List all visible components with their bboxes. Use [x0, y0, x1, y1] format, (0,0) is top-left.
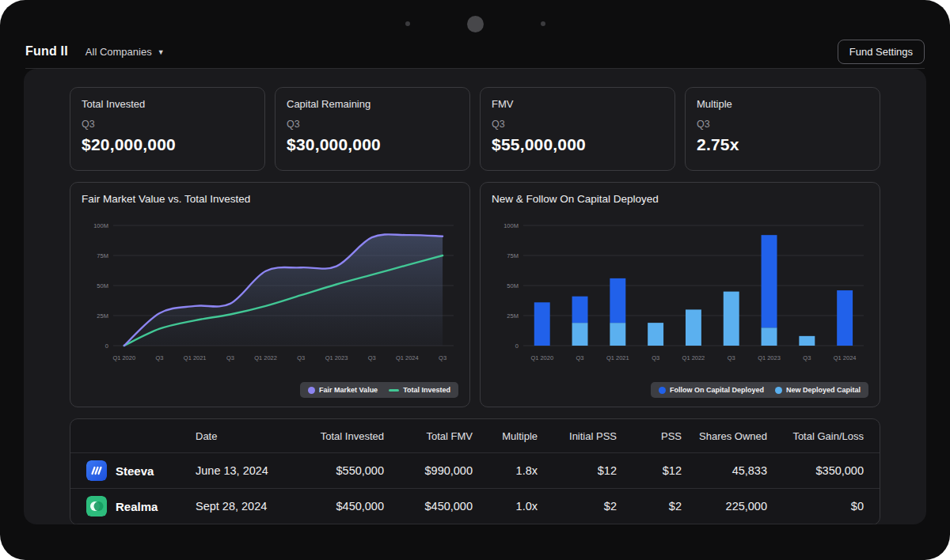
- chevron-down-icon: ▼: [158, 48, 165, 56]
- legend-dot-icon: [308, 387, 315, 394]
- stat-card-capital-remaining: Capital Remaining Q3 $30,000,000: [275, 87, 470, 171]
- column-header-shares-owned: Shares Owned: [682, 430, 767, 442]
- svg-text:Q1 2023: Q1 2023: [758, 354, 781, 361]
- fund-settings-button[interactable]: Fund Settings: [838, 40, 925, 64]
- capital-deployed-chart-card: New & Follow On Capital Deployed 100M75M…: [480, 182, 880, 407]
- stat-value: $20,000,000: [82, 135, 253, 154]
- cell-total-gain-loss: $0: [767, 500, 864, 513]
- stats-row: Total Invested Q3 $20,000,000 Capital Re…: [70, 87, 880, 171]
- svg-text:Q1 2022: Q1 2022: [254, 354, 277, 361]
- legend-item-total-invested[interactable]: Total Invested: [389, 386, 450, 394]
- svg-text:0: 0: [105, 342, 108, 350]
- cell-multiple: 1.0x: [473, 500, 538, 513]
- svg-text:Q1 2024: Q1 2024: [396, 354, 419, 361]
- fmv-vs-invested-chart-card: Fair Market Value vs. Total Invested 100…: [70, 182, 470, 407]
- svg-text:100M: 100M: [93, 222, 108, 229]
- svg-text:Q1 2023: Q1 2023: [325, 354, 348, 361]
- charts-row: Fair Market Value vs. Total Invested 100…: [70, 182, 880, 407]
- stat-value: 2.75x: [697, 135, 868, 154]
- svg-text:Q3: Q3: [226, 354, 234, 361]
- legend-dot-icon: [775, 387, 782, 394]
- svg-text:Q3: Q3: [297, 354, 305, 361]
- page-indicator-dot[interactable]: [541, 21, 545, 26]
- legend-item-fair-market-value[interactable]: Fair Market Value: [308, 386, 378, 394]
- chart-legend: Follow On Capital Deployed New Deployed …: [651, 382, 868, 398]
- cell-total-invested: $450,000: [291, 500, 384, 513]
- legend-label: Total Invested: [403, 386, 450, 394]
- cell-shares-owned: 225,000: [682, 500, 767, 513]
- svg-text:25M: 25M: [507, 312, 519, 320]
- cell-date: Sept 28, 2024: [196, 500, 291, 513]
- main-content-panel: Total Invested Q3 $20,000,000 Capital Re…: [24, 69, 926, 524]
- cell-pss: $2: [617, 500, 682, 513]
- cell-date: June 13, 2024: [196, 464, 291, 477]
- svg-text:Q3: Q3: [803, 354, 811, 361]
- cell-initial-pss: $12: [538, 464, 617, 477]
- svg-text:Q1 2020: Q1 2020: [112, 354, 135, 361]
- stat-label: FMV: [492, 98, 663, 110]
- svg-text:Q3: Q3: [439, 354, 446, 361]
- svg-text:Q3: Q3: [652, 354, 659, 361]
- company-filter-label: All Companies: [86, 46, 152, 58]
- cell-total-gain-loss: $350,000: [767, 464, 864, 477]
- cell-total-fmv: $990,000: [384, 464, 473, 477]
- stat-label: Capital Remaining: [287, 98, 458, 110]
- cell-total-fmv: $450,000: [384, 500, 473, 513]
- page-indicator-dot[interactable]: [405, 21, 410, 26]
- cell-total-invested: $550,000: [291, 464, 384, 477]
- page-indicator-dot-active[interactable]: [467, 16, 484, 32]
- svg-text:75M: 75M: [507, 252, 519, 259]
- column-header-pss: PSS: [617, 430, 682, 442]
- window-dots: [0, 15, 950, 32]
- steeva-logo: [86, 460, 107, 481]
- svg-text:100M: 100M: [504, 222, 519, 229]
- svg-text:25M: 25M: [97, 312, 108, 320]
- svg-text:Q1 2021: Q1 2021: [606, 354, 629, 361]
- header: Fund II All Companies ▼ Fund Settings: [25, 35, 925, 69]
- svg-text:Q3: Q3: [156, 354, 164, 361]
- legend-dot-icon: [659, 387, 666, 394]
- stat-period: Q3: [697, 119, 868, 130]
- stat-period: Q3: [287, 119, 458, 130]
- cell-pss: $12: [617, 464, 682, 477]
- legend-label: Fair Market Value: [319, 386, 378, 394]
- svg-text:Q1 2020: Q1 2020: [530, 354, 553, 361]
- table-row-steeva[interactable]: Steeva June 13, 2024 $550,000 $990,000 1…: [70, 453, 880, 489]
- capital-deployed-chart: 100M75M50M25M0Q1 2020Q3Q1 2021Q3Q1 2022Q…: [492, 218, 868, 380]
- stat-card-total-invested: Total Invested Q3 $20,000,000: [70, 87, 265, 171]
- stat-label: Total Invested: [82, 98, 253, 110]
- cell-initial-pss: $2: [538, 500, 617, 513]
- cell-shares-owned: 45,833: [682, 464, 767, 477]
- column-header-initial-pss: Initial PSS: [538, 430, 617, 442]
- chart-legend: Fair Market Value Total Invested: [300, 382, 458, 398]
- column-header-total-fmv: Total FMV: [384, 430, 473, 442]
- stat-label: Multiple: [697, 98, 868, 110]
- company-name: Realma: [116, 500, 158, 513]
- svg-text:Q3: Q3: [576, 354, 584, 361]
- stat-period: Q3: [492, 119, 663, 130]
- svg-text:Q3: Q3: [728, 354, 735, 361]
- page-title: Fund II: [25, 44, 68, 59]
- company-name: Steeva: [116, 464, 154, 478]
- svg-text:Q3: Q3: [368, 354, 376, 361]
- svg-text:50M: 50M: [507, 282, 519, 289]
- realma-logo: [86, 496, 107, 516]
- cell-multiple: 1.8x: [473, 464, 538, 477]
- chart-title: Fair Market Value vs. Total Invested: [82, 193, 458, 205]
- table-header-row: Date Total Invested Total FMV Multiple I…: [70, 419, 880, 453]
- legend-item-follow-on-capital[interactable]: Follow On Capital Deployed: [659, 386, 764, 394]
- chart-title: New & Follow On Capital Deployed: [492, 193, 868, 205]
- stat-card-fmv: FMV Q3 $55,000,000: [480, 87, 675, 171]
- company-filter-dropdown[interactable]: All Companies ▼: [86, 46, 165, 58]
- svg-text:Q1 2024: Q1 2024: [834, 354, 857, 361]
- table-row-realma[interactable]: Realma Sept 28, 2024 $450,000 $450,000 1…: [70, 489, 880, 524]
- legend-item-new-deployed-capital[interactable]: New Deployed Capital: [775, 386, 861, 394]
- legend-label: Follow On Capital Deployed: [670, 386, 764, 394]
- fmv-vs-invested-chart: 100M75M50M25M0Q1 2020Q3Q1 2021Q3Q1 2022Q…: [82, 218, 458, 380]
- stat-value: $55,000,000: [492, 135, 663, 154]
- svg-text:0: 0: [515, 342, 519, 350]
- svg-text:Q1 2021: Q1 2021: [184, 354, 207, 361]
- stat-period: Q3: [82, 119, 253, 130]
- legend-label: New Deployed Capital: [786, 386, 861, 394]
- stat-card-multiple: Multiple Q3 2.75x: [685, 87, 880, 171]
